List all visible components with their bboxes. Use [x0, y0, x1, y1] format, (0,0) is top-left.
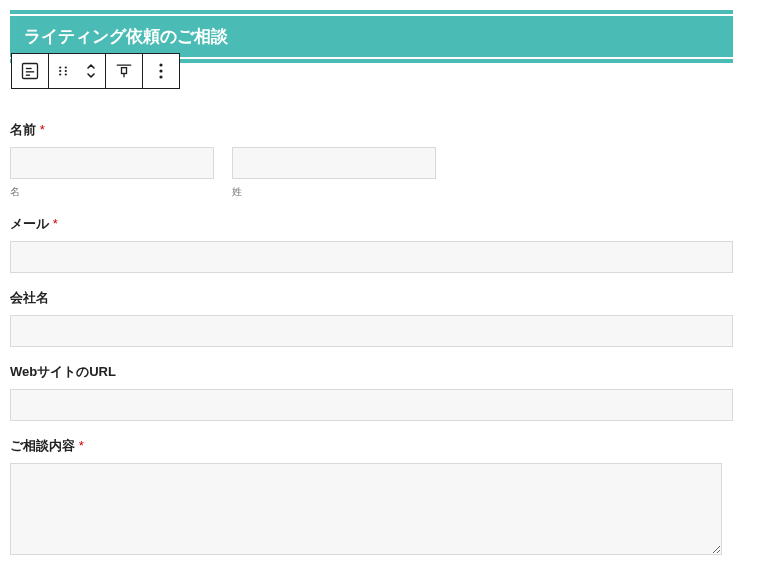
more-options-button[interactable]	[143, 54, 179, 88]
first-name-input[interactable]	[10, 147, 214, 179]
website-label: WebサイトのURL	[10, 363, 733, 381]
drag-handle-button[interactable]	[49, 54, 77, 88]
svg-point-14	[159, 69, 162, 72]
last-name-input[interactable]	[232, 147, 436, 179]
svg-point-5	[65, 66, 67, 68]
svg-point-8	[59, 73, 61, 75]
required-mark: *	[40, 122, 45, 137]
field-email: メール *	[10, 215, 733, 273]
required-mark: *	[53, 216, 58, 231]
company-input[interactable]	[10, 315, 733, 347]
message-label: ご相談内容 *	[10, 437, 733, 455]
email-label: メール *	[10, 215, 733, 233]
block-toolbar	[11, 53, 180, 89]
email-input[interactable]	[10, 241, 733, 273]
name-label: 名前 *	[10, 121, 733, 139]
website-input[interactable]	[10, 389, 733, 421]
svg-point-6	[59, 70, 61, 72]
align-button[interactable]	[106, 54, 142, 88]
contact-form: 名前 * 名 姓 メール * 会社名	[10, 121, 733, 582]
svg-point-7	[65, 70, 67, 72]
heading-title[interactable]: ライティング依頼のご相談	[10, 16, 733, 57]
svg-rect-11	[122, 68, 127, 74]
field-website: WebサイトのURL	[10, 363, 733, 421]
message-textarea[interactable]	[10, 463, 722, 555]
svg-point-13	[159, 63, 162, 66]
company-label: 会社名	[10, 289, 733, 307]
required-mark: *	[79, 438, 84, 453]
first-name-sublabel: 名	[10, 185, 214, 199]
field-company: 会社名	[10, 289, 733, 347]
svg-point-15	[159, 75, 162, 78]
field-name: 名前 * 名 姓	[10, 121, 733, 199]
block-type-button[interactable]	[12, 54, 48, 88]
last-name-sublabel: 姓	[232, 185, 436, 199]
svg-point-4	[59, 66, 61, 68]
move-up-down-button[interactable]	[77, 54, 105, 88]
svg-point-9	[65, 73, 67, 75]
svg-rect-0	[23, 64, 38, 79]
field-message: ご相談内容 *	[10, 437, 733, 559]
